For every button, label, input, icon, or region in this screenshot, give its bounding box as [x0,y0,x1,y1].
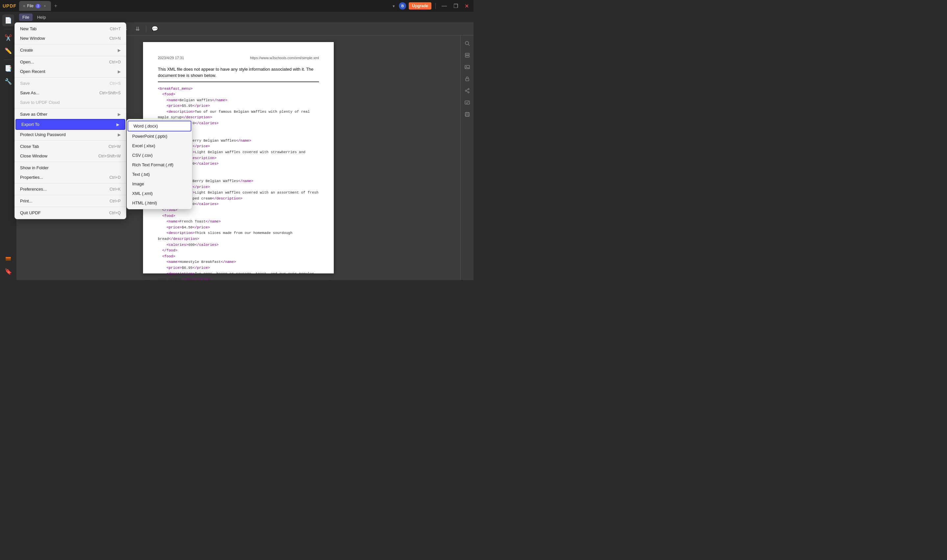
tab-menu-indicator: ≡ [23,4,25,8]
submenu-item-rtf-label: Rich Text Format (.rtf) [132,162,173,167]
svg-line-14 [467,91,468,92]
save-icon-btn[interactable] [462,109,473,120]
menu-item-new-tab-shortcut: Ctrl+T [110,27,121,31]
xml-line: <food> [158,254,319,260]
menu-item-protect-label: Protect Using Password [20,132,66,137]
submenu-item-txt-label: Text (.txt) [132,172,149,177]
xml-line: <food> [158,92,319,98]
sidebar-icon-edit[interactable]: ✂️ [2,32,14,44]
sidebar-icon-convert[interactable]: 🔧 [2,75,14,88]
xml-line: <price>$5.95</price> [158,103,319,109]
open-recent-arrow-icon: ▶ [118,69,121,74]
menu-item-close-window-label: Close Window [20,154,47,158]
xml-line: <name>Belgian Waffles</name> [158,98,319,103]
menu-item-save-cloud-label: Save to UPDF Cloud [20,100,60,105]
minimize-btn[interactable]: — [440,3,449,9]
submenu-item-html[interactable]: HTML (.html) [127,198,192,208]
submenu-item-powerpoint[interactable]: PowerPoint (.pptx) [127,131,192,141]
submenu-item-word[interactable]: Word (.docx) [128,121,191,131]
tab-bar: ≡ File 3 × + [19,1,391,11]
submenu-item-excel[interactable]: Excel (.xlsx) [127,141,192,151]
submenu-item-image[interactable]: Image [127,179,192,189]
submenu-item-powerpoint-label: PowerPoint (.pptx) [132,134,167,139]
menu-item-preferences[interactable]: Preferences... Ctrl+K [15,185,126,194]
menu-sep-9 [15,207,126,207]
pages-icon-btn[interactable] [462,50,473,60]
xml-line: <description>Two eggs, bacon or sausage,… [158,271,319,280]
menu-item-protect[interactable]: Protect Using Password ▶ [15,130,126,139]
comment-btn[interactable]: 💬 [150,24,160,34]
xml-line: <calories>600</calories> [158,242,319,248]
maximize-btn[interactable]: ❐ [451,3,460,9]
menu-item-new-tab[interactable]: New Tab Ctrl+T [15,24,126,34]
dropdown-arrow-btn[interactable]: ▾ [391,2,396,10]
svg-point-11 [465,90,467,91]
tab-badge: 3 [35,4,41,8]
menu-item-save-shortcut: Ctrl+S [109,81,121,86]
svg-rect-9 [466,78,469,81]
create-arrow-icon: ▶ [118,48,121,52]
menu-file[interactable]: File [19,14,32,21]
xml-line: <name>Homestyle Breakfast</name> [158,259,319,265]
sidebar-divider-2 [4,60,12,60]
submenu-item-excel-label: Excel (.xlsx) [132,143,155,148]
menu-item-open[interactable]: Open... Ctrl+O [15,57,126,67]
svg-rect-5 [465,53,469,55]
sidebar-icon-layers[interactable] [2,252,14,264]
menu-sep-7 [15,183,126,183]
sidebar-icon-document[interactable]: 📄 [2,14,14,26]
sidebar-divider-1 [4,29,12,29]
menu-help[interactable]: Help [34,14,49,21]
titlebar-separator [435,3,436,9]
menu-item-save-cloud: Save to UPDF Cloud [15,98,126,107]
user-avatar[interactable]: B [399,2,406,9]
menu-item-print-shortcut: Ctrl+P [109,199,121,203]
submenu-item-xml[interactable]: XML (.xml) [127,189,192,198]
upgrade-button[interactable]: Upgrade [409,2,431,9]
export-to-arrow-icon: ▶ [116,122,119,127]
pdf-meta: 2023/4/29 17:31 https://www.w3schools.co… [158,55,319,61]
submenu-item-rtf[interactable]: Rich Text Format (.rtf) [127,160,192,169]
app-logo: UPDF [3,3,17,9]
menu-item-save-as[interactable]: Save As... Ctrl+Shift+S [15,88,126,98]
menu-item-print[interactable]: Print... Ctrl+P [15,196,126,206]
sidebar-icon-bookmark[interactable]: 🔖 [2,266,14,277]
menu-item-properties[interactable]: Properties... Ctrl+D [15,172,126,182]
menu-item-new-window[interactable]: New Window Ctrl+N [15,34,126,43]
check-icon-btn[interactable] [462,97,473,108]
menu-item-properties-shortcut: Ctrl+D [109,175,121,180]
menu-item-save-other[interactable]: Save as Other ▶ [15,109,126,119]
last-page-btn[interactable]: ⇊ [133,24,142,34]
menu-item-close-window[interactable]: Close Window Ctrl+Shift+W [15,151,126,161]
image-icon-btn[interactable] [462,62,473,72]
menu-item-create[interactable]: Create ▶ [15,45,126,55]
menu-item-show-folder[interactable]: Show in Folder [15,163,126,172]
svg-rect-18 [466,115,469,116]
sidebar-icon-annotate[interactable]: ✏️ [2,45,14,57]
menu-item-open-recent[interactable]: Open Recent ▶ [15,67,126,76]
search-icon-btn[interactable] [462,38,473,49]
pdf-date: 2023/4/29 17:31 [158,55,184,61]
sidebar-icon-tools[interactable]: 📑 [2,62,14,74]
menu-item-print-label: Print... [20,198,32,203]
menu-item-close-window-shortcut: Ctrl+Shift+W [98,154,121,158]
menu-item-close-tab[interactable]: Close Tab Ctrl+W [15,142,126,151]
menu-item-export-to-label: Export To [22,122,40,127]
export-submenu-container: Export To ▶ Word (.docx) PowerPoint (.pp… [15,119,126,130]
svg-point-10 [468,88,469,90]
submenu-item-csv-label: CSV (.csv) [132,153,152,158]
close-btn[interactable]: ✕ [463,3,471,9]
tab-close-btn[interactable]: × [42,4,47,8]
lock-icon-btn[interactable] [462,74,473,84]
submenu-item-csv[interactable]: CSV (.csv) [127,151,192,160]
submenu-item-txt[interactable]: Text (.txt) [127,169,192,179]
menu-item-export-to[interactable]: Export To ▶ [15,119,125,130]
svg-rect-1 [6,258,11,259]
new-tab-btn[interactable]: + [52,2,60,10]
menu-item-quit[interactable]: Quit UPDF Ctrl+Q [15,208,126,218]
active-tab[interactable]: ≡ File 3 × [19,1,51,11]
upgrade-label: Upgrade [412,4,428,8]
xml-line: </food> [158,248,319,254]
share-icon-btn[interactable] [462,85,473,96]
svg-rect-2 [6,260,11,261]
